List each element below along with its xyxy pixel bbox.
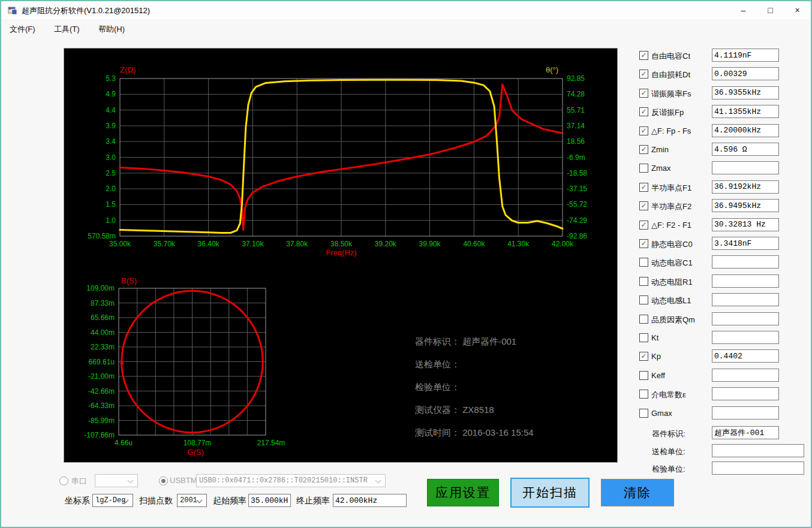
chevron-down-icon	[128, 478, 134, 484]
result-value-input[interactable]	[712, 143, 779, 156]
result-value-input[interactable]	[712, 274, 779, 288]
usbtmc-radio[interactable]	[159, 476, 168, 485]
result-label: Zmax	[651, 164, 671, 173]
result-checkbox[interactable]	[639, 333, 648, 342]
result-label: 动态电感L1	[651, 295, 691, 306]
result-row: ✓反谐振Fp	[639, 106, 812, 120]
tick-label: 55.71	[567, 106, 585, 114]
result-value-input[interactable]	[712, 218, 779, 231]
coord-system-select[interactable]: lgZ-Deg	[92, 494, 133, 507]
overlay-sender-unit: 送检单位：	[415, 353, 534, 376]
minimize-button[interactable]: –	[730, 1, 757, 19]
close-button[interactable]: ×	[784, 1, 811, 19]
result-checkbox[interactable]: ✓	[639, 145, 648, 154]
result-checkbox[interactable]: ✓	[639, 221, 648, 230]
result-value-input[interactable]	[712, 199, 779, 212]
clear-button[interactable]: 清除	[601, 479, 674, 506]
result-checkbox[interactable]	[639, 277, 648, 286]
tick-label: 1.0	[106, 216, 116, 225]
result-checkbox[interactable]: ✓	[639, 89, 648, 98]
result-row: ✓△F: Fp - Fs	[639, 125, 812, 140]
scan-points-select[interactable]: 2001	[177, 494, 207, 507]
check-unit-label: 检验单位:	[652, 464, 685, 475]
tick-label: -6.9m	[567, 153, 585, 162]
result-row: ✓谐振频率Fs	[639, 88, 812, 102]
result-checkbox[interactable]	[639, 371, 648, 380]
result-value-input[interactable]	[712, 86, 779, 99]
menu-file[interactable]: 文件(F)	[6, 23, 39, 36]
result-checkbox[interactable]	[639, 164, 648, 173]
check-unit-input[interactable]	[712, 461, 804, 475]
tick-label: 74.28	[567, 90, 585, 98]
result-label: 反谐振Fp	[651, 107, 684, 118]
result-row: ✓自由损耗Dt	[639, 68, 812, 83]
maximize-button[interactable]: □	[757, 1, 784, 19]
tick-label: 44.00m	[91, 328, 115, 337]
result-checkbox[interactable]: ✓	[639, 70, 648, 79]
result-row: Keff	[639, 370, 812, 384]
chevron-down-icon	[197, 497, 203, 503]
result-value-input[interactable]	[712, 67, 779, 80]
result-checkbox[interactable]	[639, 295, 648, 304]
result-checkbox[interactable]: ✓	[639, 352, 648, 361]
result-checkbox[interactable]: ✓	[639, 51, 648, 60]
tick-label: -21.00m	[88, 372, 115, 381]
result-row: 动态电感L1	[639, 294, 812, 309]
result-value-input[interactable]	[712, 105, 779, 118]
result-checkbox[interactable]	[639, 258, 648, 267]
result-value-input[interactable]	[712, 293, 779, 306]
tick-label: Freq(Hz)	[326, 248, 356, 257]
result-label: 自由电容Ct	[651, 51, 690, 62]
result-value-input[interactable]	[712, 180, 779, 194]
start-freq-label: 起始频率	[213, 496, 246, 506]
result-value-input[interactable]	[712, 237, 779, 250]
start-freq-input[interactable]	[248, 494, 291, 507]
stop-freq-input[interactable]	[333, 494, 407, 507]
result-value-input[interactable]	[712, 369, 779, 382]
result-checkbox[interactable]: ✓	[639, 201, 648, 210]
menu-help[interactable]: 帮助(H)	[95, 23, 128, 36]
result-label: 品质因素Qm	[651, 315, 695, 325]
serial-port-select[interactable]	[95, 474, 138, 487]
menu-tools[interactable]: 工具(T)	[50, 23, 83, 36]
result-checkbox[interactable]	[639, 315, 648, 324]
result-checkbox[interactable]: ✓	[639, 107, 648, 116]
usbtmc-address-select[interactable]: USB0::0x0471::0x2786::T020215010::INSTR	[196, 474, 386, 487]
result-value-input[interactable]	[712, 406, 779, 420]
coord-system-value: lgZ-Deg	[95, 496, 125, 505]
tick-label: 92.85	[567, 74, 585, 83]
result-checkbox[interactable]: ✓	[639, 239, 648, 248]
tick-label: 37.80k	[286, 240, 308, 248]
tick-label: 570.58m	[88, 232, 116, 240]
tick-label: -18.58	[567, 169, 587, 177]
sender-unit-input[interactable]	[712, 444, 804, 457]
result-value-input[interactable]	[712, 387, 779, 400]
result-row: Kt	[639, 332, 812, 346]
tick-label: 37.14	[567, 122, 585, 130]
result-value-input[interactable]	[712, 312, 779, 325]
result-value-input[interactable]	[712, 349, 779, 363]
serial-radio[interactable]	[59, 476, 68, 485]
result-value-input[interactable]	[712, 49, 779, 62]
result-checkbox[interactable]	[639, 409, 648, 418]
result-checkbox[interactable]: ✓	[639, 126, 648, 135]
apply-settings-button[interactable]: 应用设置	[427, 479, 499, 506]
device-id-input[interactable]	[712, 426, 779, 439]
tick-label: -55.72	[567, 200, 587, 209]
result-label: Gmax	[651, 409, 672, 418]
coord-system-label: 坐标系	[65, 496, 90, 506]
result-label: 半功率点F1	[651, 183, 691, 194]
result-value-input[interactable]	[712, 331, 779, 344]
result-checkbox[interactable]	[639, 390, 648, 399]
scan-points-value: 2001	[180, 496, 197, 505]
start-scan-button[interactable]: 开始扫描	[510, 478, 590, 508]
result-value-input[interactable]	[712, 161, 779, 174]
result-row: ✓自由电容Ct	[639, 50, 812, 64]
result-value-input[interactable]	[712, 124, 779, 137]
tick-label: 2.5	[106, 169, 116, 177]
result-checkbox[interactable]: ✓	[639, 183, 648, 192]
result-value-input[interactable]	[712, 255, 779, 268]
tick-label: 37.10k	[242, 240, 264, 248]
serial-radio-label: 串口	[71, 476, 87, 487]
tick-label: 87.33m	[91, 299, 115, 307]
